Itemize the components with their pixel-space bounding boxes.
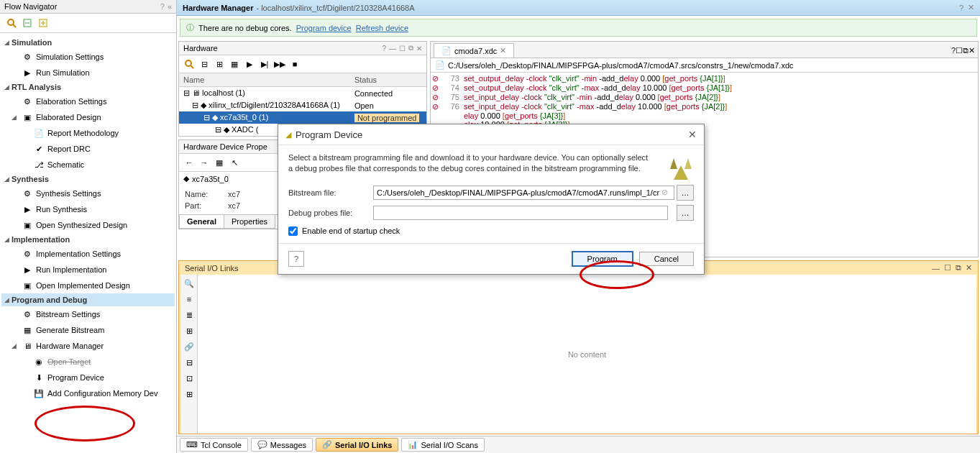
fast-icon[interactable]: ▶▶	[273, 57, 287, 71]
startup-check[interactable]	[288, 226, 298, 236]
hardware-panel-title: Hardware	[183, 44, 379, 52]
restore-icon[interactable]: ⧉	[408, 44, 413, 52]
search-icon[interactable]: 🔍	[182, 276, 196, 290]
collapse-all-icon[interactable]	[20, 16, 35, 30]
tool-icon[interactable]: ⊞	[182, 387, 196, 401]
help-icon[interactable]: ?	[382, 45, 386, 52]
maximize-icon[interactable]: ☐	[944, 263, 951, 273]
maximize-icon[interactable]: ☐	[399, 45, 406, 52]
tool-icon[interactable]: ⊞	[182, 324, 196, 338]
serial-io-panel: Serial I/O Links — ☐ ⧉ ✕ 🔍 ≡ ≣ ⊞ 🔗 ⊟ ⊡ ⊞…	[178, 260, 979, 434]
hardware-row[interactable]: ⊟ ◆ xc7a35t_0 (1)Not programmed	[179, 111, 426, 124]
bottom-tab-messages[interactable]: 💬Messages	[251, 438, 313, 452]
nav-group-synthesis[interactable]: ◢Synthesis	[1, 173, 175, 186]
nav-item[interactable]: ◉Open Target	[1, 354, 175, 370]
check-icon: ✔	[33, 143, 45, 155]
gear-icon: ⚙	[22, 308, 33, 320]
schem-icon: ⎇	[33, 159, 45, 170]
bottom-tab-serial-i-o-scans[interactable]: 📊Serial I/O Scans	[401, 438, 484, 452]
nav-item[interactable]: ⚙Simulation Settings	[1, 49, 175, 65]
nav-item[interactable]: ▶Run Synthesis	[1, 201, 175, 217]
tool-icon[interactable]: ⊡	[182, 371, 196, 385]
help-icon[interactable]: ?	[959, 4, 963, 12]
info-text: There are no debug cores.	[198, 24, 292, 32]
nav-item[interactable]: ⬇Program Device	[1, 370, 175, 385]
search-icon[interactable]	[4, 16, 19, 30]
refresh-device-link[interactable]: Refresh device	[356, 24, 408, 32]
minimize-icon[interactable]: —	[389, 45, 396, 52]
nav-item[interactable]: ▣Open Implemented Design	[1, 278, 175, 293]
nav-item[interactable]: ▣Open Synthesized Design	[1, 217, 175, 233]
close-icon[interactable]: ✕	[416, 45, 422, 52]
dialog-title: Program Device	[296, 129, 688, 140]
nav-group-simulation[interactable]: ◢Simulation	[1, 36, 175, 49]
nav-item[interactable]: ◢🖥Hardware Manager	[1, 338, 175, 354]
fwd-icon[interactable]: →	[197, 155, 211, 170]
nav-group-implementation[interactable]: ◢Implementation	[1, 233, 175, 246]
chip-icon[interactable]: ▦	[212, 155, 226, 170]
bitstream-input[interactable]	[373, 186, 674, 200]
restore-icon[interactable]: ⧉	[956, 263, 961, 273]
link-icon[interactable]: 🔗	[182, 339, 196, 354]
collapse-icon[interactable]: «	[168, 2, 172, 11]
clear-icon[interactable]: ⊘	[661, 188, 668, 197]
nav-group-program-and-debug[interactable]: ◢Program and Debug	[1, 293, 175, 306]
nav-item[interactable]: ⎇Schematic	[1, 157, 175, 173]
nav-item[interactable]: ✔Report DRC	[1, 141, 175, 157]
program-button[interactable]: Program	[572, 251, 633, 267]
play-icon[interactable]: ▶	[242, 57, 257, 71]
close-icon[interactable]: ✕	[966, 263, 972, 273]
filter-icon[interactable]: ▦	[227, 57, 242, 71]
nav-item[interactable]: ⚙Implementation Settings	[1, 246, 175, 262]
code-line: ⊘75set_input_delay -clock "clk_virt" -mi…	[432, 93, 976, 102]
nav-item[interactable]: ◢▣Elaborated Design	[1, 109, 175, 125]
bottom-tab-serial-i-o-links[interactable]: 🔗Serial I/O Links	[316, 438, 398, 452]
editor-tab[interactable]: 📄 cmoda7.xdc ✕	[434, 43, 514, 58]
restore-icon[interactable]: ⧉	[963, 46, 968, 55]
close-icon[interactable]: ✕	[968, 46, 975, 55]
minimize-icon[interactable]: —	[932, 264, 940, 273]
nav-item[interactable]: ▶Run Simulation	[1, 65, 175, 81]
expand-icon[interactable]: ⊞	[212, 57, 226, 71]
column-header[interactable]: Name	[179, 73, 350, 87]
nav-item[interactable]: ⚙Synthesis Settings	[1, 186, 175, 201]
tool-icon[interactable]: ⊟	[182, 355, 196, 370]
tool-icon[interactable]: ≣	[182, 308, 196, 322]
nav-item[interactable]: 📄Report Methodology	[1, 125, 175, 141]
close-icon[interactable]: ✕	[968, 3, 974, 12]
nav-item[interactable]: ⚙Bitstream Settings	[1, 306, 175, 322]
browse-button[interactable]: …	[677, 205, 694, 221]
tool-icon[interactable]: ≡	[182, 292, 196, 306]
help-button[interactable]: ?	[288, 251, 304, 267]
step-icon[interactable]: ▶|	[257, 57, 272, 71]
nav-group-rtl-analysis[interactable]: ◢RTL Analysis	[1, 81, 175, 93]
nav-item[interactable]: 💾Add Configuration Memory Dev	[1, 385, 175, 401]
stop-icon[interactable]: ■	[288, 57, 302, 71]
bottom-tab-tcl-console[interactable]: ⌨Tcl Console	[180, 438, 248, 452]
nav-item[interactable]: ⚙Elaboration Settings	[1, 93, 175, 109]
hardware-row[interactable]: ⊟ ◆ xilinx_tcf/Digilent/210328A41668A (1…	[179, 99, 426, 111]
program-device-link[interactable]: Program device	[296, 24, 352, 32]
pointer-icon[interactable]: ↖	[227, 155, 242, 170]
prop-tab[interactable]: General	[179, 215, 224, 229]
gear-icon: ⚙	[22, 96, 33, 107]
collapse-icon[interactable]: ⊟	[197, 57, 211, 71]
browse-button[interactable]: …	[677, 185, 694, 201]
prop-tab[interactable]: Properties	[224, 215, 275, 229]
search-icon[interactable]	[182, 57, 196, 71]
nav-item[interactable]: ▶Run Implementation	[1, 262, 175, 278]
close-icon[interactable]: ✕	[688, 129, 697, 140]
back-icon[interactable]: ←	[182, 155, 196, 170]
column-header[interactable]: Status	[350, 73, 426, 87]
expand-all-icon[interactable]	[36, 16, 50, 30]
help-icon[interactable]: ?	[160, 2, 165, 11]
target-icon: ◉	[33, 356, 45, 367]
hw-subtitle: - localhost/xilinx_tcf/Digilent/210328A4…	[256, 4, 414, 12]
nav-item[interactable]: ▦Generate Bitstream	[1, 322, 175, 338]
play-icon: ▶	[22, 203, 33, 215]
maximize-icon[interactable]: ☐	[956, 46, 963, 55]
cancel-button[interactable]: Cancel	[639, 252, 694, 266]
hardware-row[interactable]: ⊟ 🖥 localhost (1)Connected	[179, 87, 426, 100]
probes-input[interactable]	[373, 206, 668, 220]
close-tab-icon[interactable]: ✕	[500, 46, 506, 55]
